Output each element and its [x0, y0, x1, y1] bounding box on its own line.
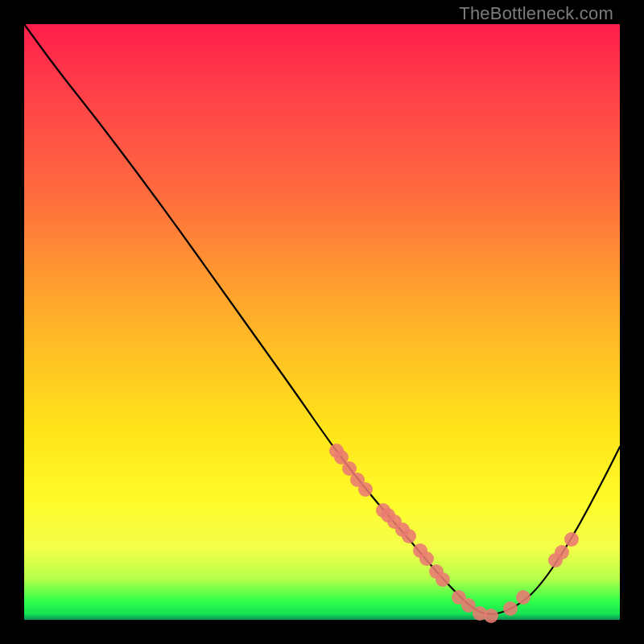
highlight-dot — [516, 590, 530, 605]
highlight-dot — [503, 601, 518, 616]
highlight-dot — [358, 482, 373, 497]
highlight-dot — [419, 551, 434, 566]
watermark-text: TheBottleneck.com — [459, 3, 613, 24]
chart-svg — [24, 24, 620, 620]
highlight-dot — [555, 545, 569, 559]
highlight-dots-group — [329, 444, 579, 623]
chart-frame — [24, 24, 620, 620]
bottleneck-curve — [24, 24, 620, 614]
highlight-dot — [484, 609, 498, 623]
highlight-dot — [436, 572, 450, 587]
highlight-dot — [402, 529, 416, 543]
highlight-dot — [564, 532, 579, 547]
